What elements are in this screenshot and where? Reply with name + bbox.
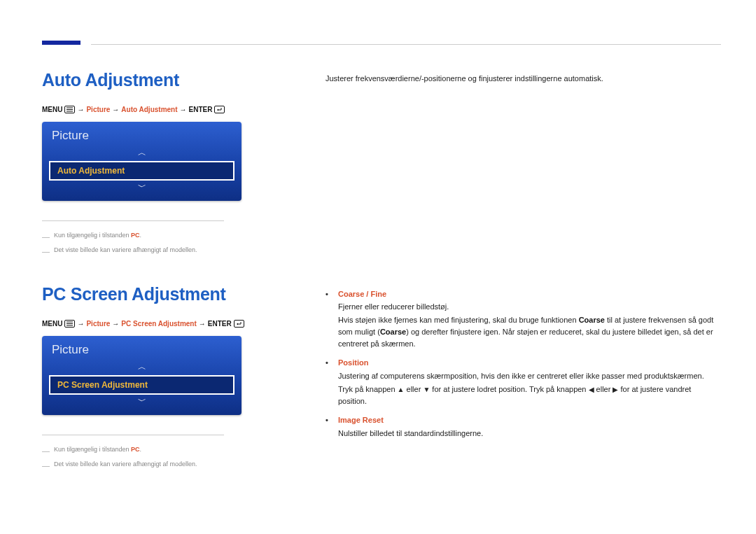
footnote-accent: PC: [131, 446, 140, 453]
path-auto-adjustment: Auto Adjustment: [121, 106, 177, 113]
chevron-up-icon: ︿: [138, 148, 146, 157]
footnote-model-vary: ― Det viste billede kan variere afhængig…: [42, 458, 224, 473]
osd-selected-item: Auto Adjustment: [49, 161, 234, 181]
triangle-left-icon: ◀: [589, 384, 594, 395]
arrow: →: [77, 106, 84, 113]
footnote-suffix: .: [140, 232, 142, 239]
chevron-down-icon: ﹀: [138, 396, 146, 406]
path-enter-label: ENTER: [208, 320, 232, 328]
path-menu-label: MENU: [42, 106, 62, 113]
footnote-model-vary: ― Det viste billede kan variere afhængig…: [42, 244, 224, 259]
heading-pc-screen-adjustment: PC Screen Adjustment: [42, 284, 273, 304]
chevron-up-icon: ︿: [138, 362, 146, 372]
footnote-pc-only: ― Kun tilgængelig i tilstanden PC.: [42, 444, 224, 458]
footnote-text: Kun tilgængelig i tilstanden: [54, 232, 131, 239]
header-accent-bar: [42, 41, 80, 45]
bullet-text: Fjerner eller reducerer billedstøj.: [338, 301, 721, 313]
bullet-text: Nulstiller billedet til standardindstill…: [338, 428, 721, 440]
osd-panel-pc-screen-adjustment: Picture ︿ PC Screen Adjustment ﹀: [42, 336, 241, 415]
arrow: →: [199, 320, 206, 328]
footnote-suffix: .: [140, 446, 142, 453]
osd-selected-item: PC Screen Adjustment: [49, 375, 234, 395]
enter-icon: [234, 320, 244, 328]
bullet-image-reset: • Image Reset Nulstiller billedet til st…: [326, 414, 721, 440]
menu-icon: [64, 106, 75, 113]
triangle-down-icon: ▼: [423, 384, 430, 395]
heading-auto-adjustment: Auto Adjustment: [42, 70, 273, 90]
bullet-label: Coarse / Fine: [338, 290, 386, 298]
menu-icon: [64, 320, 75, 328]
path-menu-label: MENU: [42, 320, 62, 328]
bullet-text: Justering af computerens skærmposition, …: [338, 370, 721, 382]
path-enter-label: ENTER: [189, 106, 213, 113]
footnote-accent: PC: [131, 232, 140, 239]
bullet-coarse-fine: • Coarse / Fine Fjerner eller reducerer …: [326, 288, 721, 351]
path-picture: Picture: [86, 320, 110, 328]
arrow: →: [180, 106, 187, 113]
bullet-text: Tryk på knappen ▲ eller ▼ for at justere…: [338, 384, 721, 407]
footnote-text: Det viste billede kan variere afhængigt …: [54, 458, 197, 473]
bullet-text: Hvis støjen ikke fjernes kan med finjust…: [338, 314, 721, 350]
arrow: →: [112, 320, 119, 328]
enter-icon: [214, 106, 225, 113]
osd-title: Picture: [42, 122, 241, 148]
breadcrumb-auto-adjustment: MENU → Picture → Auto Adjustment → ENTER: [42, 106, 273, 113]
footnotes-pc-screen-adjustment: ― Kun tilgængelig i tilstanden PC. ― Det…: [42, 435, 224, 473]
bullet-label: Image Reset: [338, 416, 384, 424]
pc-adjustment-bullets: • Coarse / Fine Fjerner eller reducerer …: [326, 288, 721, 440]
footnote-text: Det viste billede kan variere afhængigt …: [54, 244, 197, 259]
footnote-text: Kun tilgængelig i tilstanden: [54, 446, 131, 453]
footnote-pc-only: ― Kun tilgængelig i tilstanden PC.: [42, 230, 224, 244]
auto-adjustment-description: Justerer frekvensværdierne/-positionerne…: [326, 73, 721, 85]
path-pc-screen-adjustment: PC Screen Adjustment: [121, 320, 196, 328]
bullet-label: Position: [338, 358, 368, 367]
path-picture: Picture: [86, 106, 110, 113]
osd-panel-auto-adjustment: Picture ︿ Auto Adjustment ﹀: [42, 122, 241, 201]
breadcrumb-pc-screen-adjustment: MENU → Picture → PC Screen Adjustment → …: [42, 320, 273, 328]
osd-title: Picture: [42, 336, 241, 362]
chevron-down-icon: ﹀: [138, 182, 146, 192]
footnotes-auto-adjustment: ― Kun tilgængelig i tilstanden PC. ― Det…: [42, 220, 224, 259]
triangle-up-icon: ▲: [398, 384, 405, 395]
arrow: →: [77, 320, 84, 328]
arrow: →: [112, 106, 119, 113]
bullet-position: • Position Justering af computerens skær…: [326, 357, 721, 407]
header-rule: [91, 44, 721, 45]
